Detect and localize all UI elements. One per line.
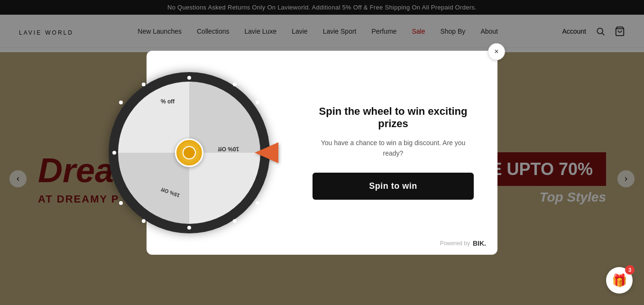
wheel-pointer-arrow bbox=[255, 142, 278, 163]
wheel-center-hub bbox=[175, 139, 203, 167]
spin-to-win-button[interactable]: Spin to win bbox=[313, 173, 474, 200]
close-icon: × bbox=[494, 47, 498, 56]
spin-wheel-container: 10% Off 15% Off % off bbox=[109, 72, 270, 233]
modal-content-section: Spin the wheel to win exciting prizes Yo… bbox=[289, 51, 497, 255]
gift-badge-count: 3 bbox=[625, 265, 635, 275]
wheel-segment-15off: 15% Off bbox=[160, 186, 181, 198]
modal-description: You have a chance to win a big discount.… bbox=[313, 138, 474, 159]
modal-wheel-section: 10% Off 15% Off % off bbox=[147, 51, 289, 255]
bik-logo: BIK. bbox=[473, 240, 486, 247]
modal-close-button[interactable]: × bbox=[488, 43, 505, 60]
spin-wheel-modal: × 10% Off 15% Off bbox=[147, 51, 497, 255]
wheel-segment-10off: 10% Off bbox=[218, 146, 239, 152]
wheel-segment-top: % off bbox=[161, 98, 175, 105]
modal-footer: Powered by BIK. bbox=[440, 240, 486, 247]
modal-title: Spin the wheel to win exciting prizes bbox=[313, 105, 474, 130]
wheel-outer-ring: 10% Off 15% Off % off bbox=[109, 72, 270, 233]
gift-icon: 🎁 bbox=[612, 273, 627, 288]
wheel-center-inner bbox=[183, 146, 196, 159]
gift-widget[interactable]: 🎁 3 bbox=[606, 267, 633, 294]
powered-by-text: Powered by bbox=[440, 240, 470, 247]
